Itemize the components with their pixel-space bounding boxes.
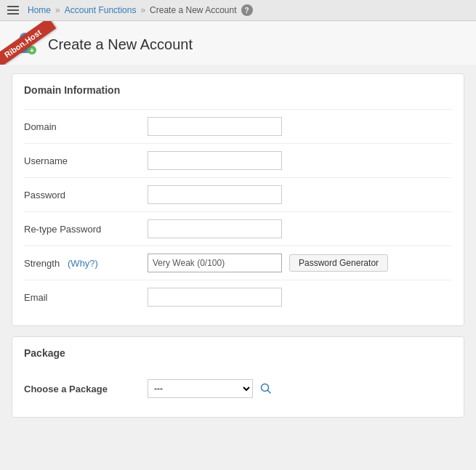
- svg-text:+: +: [30, 46, 34, 54]
- retype-password-label: Re-type Password: [24, 224, 148, 235]
- domain-input[interactable]: [148, 117, 282, 136]
- domain-information-section: Domain Information Domain Username Passw…: [12, 73, 464, 326]
- retype-password-input[interactable]: [148, 219, 282, 238]
- choose-package-label: Choose a Package: [24, 384, 148, 394]
- password-label: Password: [24, 190, 148, 200]
- email-input[interactable]: [148, 288, 282, 307]
- retype-password-row: Re-type Password: [24, 211, 452, 246]
- package-section: Package Choose a Package ---: [12, 336, 464, 418]
- email-row: Email: [24, 280, 452, 314]
- page-header: Ribon.Host + Create a New Account: [0, 21, 476, 65]
- nav-account-functions-link[interactable]: Account Functions: [65, 5, 137, 15]
- nav-home-link[interactable]: Home: [28, 5, 51, 15]
- domain-label: Domain: [24, 121, 148, 132]
- domain-row: Domain: [24, 109, 452, 143]
- nav-current-page: Create a New Account: [150, 5, 236, 15]
- strength-label: Strength (Why?): [24, 258, 148, 269]
- password-row: Password: [24, 177, 452, 211]
- domain-section-title: Domain Information: [24, 84, 452, 100]
- username-row: Username: [24, 143, 452, 177]
- username-label: Username: [24, 155, 148, 166]
- strength-row: Strength (Why?) Very Weak (0/100) Passwo…: [24, 246, 452, 280]
- password-input[interactable]: [148, 185, 282, 204]
- svg-line-4: [268, 391, 271, 394]
- why-link[interactable]: (Why?): [68, 258, 98, 269]
- package-select[interactable]: ---: [148, 379, 253, 398]
- package-section-title: Package: [24, 347, 452, 363]
- page-title: Create a New Account: [48, 36, 193, 53]
- nav-separator-1: »: [55, 5, 60, 15]
- hamburger-menu[interactable]: [7, 6, 19, 15]
- choose-package-row: Choose a Package ---: [24, 372, 452, 405]
- page-icon: +: [12, 30, 41, 59]
- strength-display: Very Weak (0/100): [148, 254, 282, 272]
- main-content: Domain Information Domain Username Passw…: [0, 65, 476, 437]
- username-input[interactable]: [148, 151, 282, 170]
- nav-separator-2: »: [140, 5, 145, 15]
- password-generator-button[interactable]: Password Generator: [289, 254, 388, 272]
- top-navigation: Home » Account Functions » Create a New …: [0, 0, 476, 21]
- package-search-icon[interactable]: [257, 380, 275, 397]
- email-label: Email: [24, 292, 148, 303]
- package-select-wrapper: ---: [148, 379, 275, 398]
- svg-point-0: [20, 33, 30, 43]
- help-icon[interactable]: ?: [241, 4, 253, 16]
